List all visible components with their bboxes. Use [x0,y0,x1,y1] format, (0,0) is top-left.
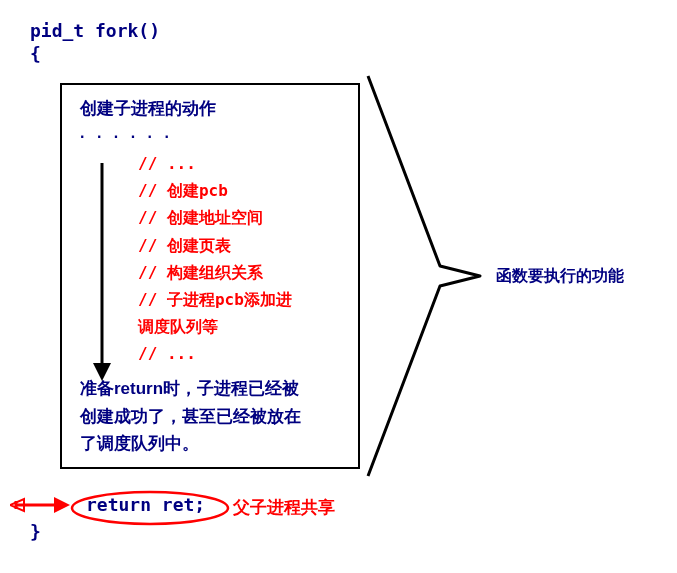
comment-line: // 子进程pcb添加进 [138,286,344,313]
comment-line: // 构建组织关系 [138,259,344,286]
comment-line: // 创建pcb [138,177,344,204]
comment-line: // 创建地址空间 [138,204,344,231]
comment-line: // ... [138,340,344,367]
comment-line: // ... [138,150,344,177]
right-annotation: 函数要执行的功能 [360,66,624,486]
ready-text-line: 创建成功了，甚至已经被放在 [80,407,301,426]
ready-text-line: 了调度队列中。 [80,434,199,453]
main-content-row: 创建子进程的动作 . . . . . . // ... // 创建pcb // … [60,66,657,486]
function-purpose-label: 函数要执行的功能 [496,266,624,287]
return-row: return ret; 父子进程共享 [10,490,657,519]
function-body-box: 创建子进程的动作 . . . . . . // ... // 创建pcb // … [60,83,360,469]
down-arrow-icon [90,163,114,383]
brace-bracket-icon [360,66,490,486]
open-brace: { [30,43,657,64]
svg-marker-1 [93,363,111,381]
ready-text: 准备return时，子进程已经被 创建成功了，甚至已经被放在 了调度队列中。 [80,375,344,457]
comment-line: // 创建页表 [138,232,344,259]
box-title: 创建子进程的动作 [80,97,344,120]
left-arrow-icon [10,492,70,518]
comment-line: 调度队列等 [138,313,344,340]
function-signature: pid_t fork() [30,20,657,41]
comment-block: // ... // 创建pcb // 创建地址空间 // 创建页表 // 构建组… [138,150,344,368]
return-statement-highlight: return ret; [76,494,215,515]
shared-label: 父子进程共享 [233,496,335,519]
return-statement: return ret; [76,492,215,517]
ellipsis-dots: . . . . . . [80,124,344,142]
